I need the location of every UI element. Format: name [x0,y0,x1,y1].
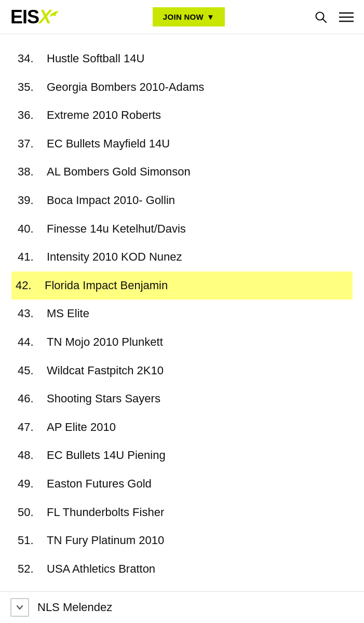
item-name: USA Athletics Bratton [47,562,155,577]
item-name: AL Bombers Gold Simonson [47,165,191,180]
list-item: 34.Hustle Softball 14U [16,45,348,73]
item-name: Boca Impact 2010- Gollin [47,193,175,208]
list-item: 36.Extreme 2010 Roberts [16,101,348,130]
list-item: 38.AL Bombers Gold Simonson [16,158,348,186]
svg-line-1 [322,19,326,22]
list-item: 45.Wildcat Fastpitch 2K10 [16,357,348,385]
item-number: 39. [18,193,47,208]
item-number: 50. [18,505,47,520]
logo-text: EISX [10,8,51,26]
join-now-button[interactable]: JOIN NOW ▼ [153,7,225,26]
logo-eis: EIS [10,6,39,28]
item-number: 34. [18,51,47,66]
hamburger-menu-icon[interactable] [339,12,354,22]
item-number: 49. [18,477,47,492]
item-name: Florida Impact Benjamin [45,278,168,293]
list-item: 47.AP Elite 2010 [16,413,348,442]
item-number: 51. [18,533,47,548]
item-name: Shooting Stars Sayers [47,391,160,407]
item-number: 40. [18,222,47,237]
list-item: 49.Easton Futures Gold [16,470,348,498]
list-item: 39.Boca Impact 2010- Gollin [16,186,348,215]
item-number: 48. [18,448,47,463]
bottom-bar: NLS Melendez [0,591,364,623]
logo-bird-icon [49,10,63,24]
item-number: 35. [18,80,47,95]
list-item: 42.Florida Impact Benjamin [11,272,353,300]
item-name: TN Fury Platinum 2010 [47,533,164,548]
item-number: 42. [16,278,45,293]
item-name: Finesse 14u Ketelhut/Davis [47,222,186,237]
item-name: MS Elite [47,306,89,321]
search-icon[interactable] [314,10,328,24]
header-icons [314,10,354,24]
item-name: EC Bullets Mayfield 14U [47,137,170,152]
item-number: 46. [18,391,47,407]
item-number: 41. [18,250,47,265]
item-name: Wildcat Fastpitch 2K10 [47,363,164,378]
item-name: FL Thunderbolts Fisher [47,505,164,520]
list-item: 35.Georgia Bombers 2010-Adams [16,73,348,102]
list-item: 41.Intensity 2010 KOD Nunez [16,243,348,272]
list-item: 43.MS Elite [16,300,348,328]
item-number: 38. [18,165,47,180]
item-number: 43. [18,306,47,321]
item-name: Hustle Softball 14U [47,51,144,66]
header: EISX JOIN NOW ▼ [0,0,364,34]
item-number: 45. [18,363,47,378]
item-name: Georgia Bombers 2010-Adams [47,80,204,95]
list-item: 37.EC Bullets Mayfield 14U [16,130,348,158]
list-item: 52.USA Athletics Bratton [16,555,348,584]
item-number: 52. [18,562,47,577]
list-item: 44.TN Mojo 2010 Plunkett [16,328,348,357]
item-number: 36. [18,108,47,123]
join-dropdown-arrow-icon: ▼ [207,12,214,21]
join-button-label: JOIN NOW [163,12,204,21]
item-name: AP Elite 2010 [47,420,116,435]
item-name: Extreme 2010 Roberts [47,108,161,123]
item-number: 37. [18,137,47,152]
list-item: 46.Shooting Stars Sayers [16,385,348,413]
item-name: TN Mojo 2010 Plunkett [47,335,163,350]
bottom-item-label: NLS Melendez [37,601,112,614]
item-name: Easton Futures Gold [47,477,152,492]
scroll-down-button[interactable] [10,598,29,617]
item-number: 47. [18,420,47,435]
list-item: 51.TN Fury Platinum 2010 [16,526,348,555]
item-number: 44. [18,335,47,350]
item-name: EC Bullets 14U Piening [47,448,166,463]
list-item: 48.EC Bullets 14U Piening [16,441,348,470]
list-item: 50.FL Thunderbolts Fisher [16,498,348,527]
item-name: Intensity 2010 KOD Nunez [47,250,182,265]
rankings-list: 34.Hustle Softball 14U35.Georgia Bombers… [0,34,364,593]
list-item: 40.Finesse 14u Ketelhut/Davis [16,215,348,243]
logo[interactable]: EISX [10,8,63,26]
